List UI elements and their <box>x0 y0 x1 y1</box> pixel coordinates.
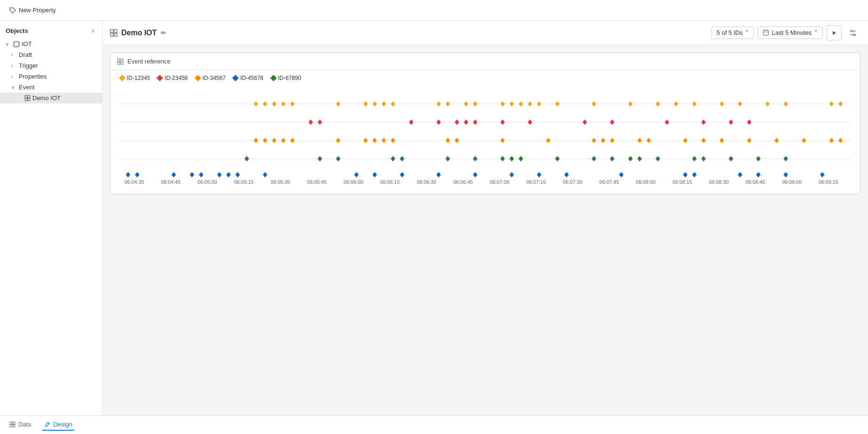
svg-marker-144 <box>172 172 176 178</box>
svg-marker-80 <box>318 119 322 125</box>
svg-marker-151 <box>354 172 359 178</box>
content-area: Demo IOT ✏ 5 of 5 IDs ˅ Last 5 Minutes <box>102 21 868 415</box>
svg-rect-20 <box>117 59 120 61</box>
ids-button[interactable]: 5 of 5 IDs ˅ <box>712 26 754 39</box>
svg-rect-168 <box>10 425 12 427</box>
svg-marker-113 <box>683 138 688 143</box>
svg-marker-127 <box>473 156 477 162</box>
legend-dot-id3 <box>195 75 201 81</box>
svg-marker-143 <box>135 172 140 178</box>
svg-marker-160 <box>683 172 688 178</box>
svg-marker-84 <box>464 119 469 125</box>
svg-marker-111 <box>637 138 642 143</box>
svg-marker-92 <box>729 119 734 125</box>
chart-svg-wrapper: 06:04:30 06:04:45 06:05:00 06:05:15 06:0… <box>110 84 860 194</box>
svg-marker-72 <box>692 101 697 107</box>
tab-design[interactable]: Design <box>42 419 74 431</box>
svg-marker-163 <box>756 172 761 178</box>
sidebar-item-iot[interactable]: ∨ IOT <box>0 39 102 49</box>
legend-dot-id1 <box>119 75 125 81</box>
svg-marker-66 <box>537 101 541 107</box>
svg-point-19 <box>853 34 855 36</box>
svg-marker-162 <box>738 172 743 178</box>
play-button[interactable] <box>827 25 842 40</box>
svg-text:06:07:15: 06:07:15 <box>526 179 546 185</box>
svg-marker-112 <box>647 138 651 143</box>
svg-rect-167 <box>13 422 15 424</box>
svg-marker-125 <box>400 156 405 162</box>
svg-marker-74 <box>738 101 743 107</box>
main-layout: Objects ‹ ∨ IOT › Draft › Trigger › Prop… <box>0 21 868 415</box>
svg-marker-64 <box>518 101 523 107</box>
svg-rect-23 <box>121 62 123 64</box>
edit-icon[interactable]: ✏ <box>161 29 166 37</box>
svg-text:06:04:45: 06:04:45 <box>161 179 180 185</box>
grid-icon <box>24 95 31 101</box>
chevron-down-icon: ∨ <box>6 41 11 47</box>
sidebar-item-properties[interactable]: › Properties <box>0 71 102 82</box>
svg-marker-152 <box>372 172 377 178</box>
header-controls: 5 of 5 IDs ˅ Last 5 Minutes ˅ <box>712 25 860 40</box>
ids-chevron-icon: ˅ <box>745 29 749 36</box>
svg-marker-83 <box>454 119 459 125</box>
svg-marker-50 <box>272 101 277 107</box>
svg-marker-115 <box>719 138 724 143</box>
settings-button[interactable] <box>845 25 860 40</box>
tag-icon <box>9 7 16 14</box>
design-icon <box>44 421 50 427</box>
svg-marker-138 <box>701 156 706 162</box>
svg-rect-169 <box>13 425 15 427</box>
svg-marker-90 <box>665 119 669 125</box>
svg-marker-69 <box>628 101 633 107</box>
svg-marker-95 <box>263 138 267 143</box>
sidebar-item-draft[interactable]: › Draft <box>0 49 102 60</box>
legend-label-id5: ID-67890 <box>278 75 301 81</box>
collapse-button[interactable]: ‹ <box>90 25 96 36</box>
svg-marker-100 <box>363 138 368 143</box>
svg-rect-21 <box>121 59 123 61</box>
svg-marker-126 <box>446 156 450 162</box>
cube-icon <box>13 41 20 47</box>
svg-text:06:09:15: 06:09:15 <box>819 179 838 185</box>
svg-marker-60 <box>464 101 469 107</box>
legend-id2: ID-23456 <box>157 75 188 81</box>
legend-label-id1: ID-12345 <box>127 75 150 81</box>
svg-marker-99 <box>336 138 341 143</box>
sliders-icon <box>849 29 857 37</box>
chevron-right-icon: › <box>11 63 17 68</box>
svg-marker-114 <box>701 138 706 143</box>
legend-label-id4: ID-45678 <box>240 75 263 81</box>
svg-marker-73 <box>719 101 724 107</box>
svg-marker-141 <box>783 156 788 162</box>
svg-marker-91 <box>701 119 706 125</box>
sidebar-item-trigger[interactable]: › Trigger <box>0 60 102 71</box>
svg-marker-81 <box>409 119 414 125</box>
svg-marker-15 <box>833 31 836 35</box>
svg-marker-49 <box>263 101 267 107</box>
svg-rect-3 <box>25 95 27 98</box>
svg-marker-119 <box>829 138 834 143</box>
svg-marker-161 <box>692 172 697 178</box>
new-property-button[interactable]: New Property <box>6 5 60 16</box>
tab-data[interactable]: Data <box>8 419 33 431</box>
sidebar-item-event[interactable]: ∨ Event <box>0 82 102 93</box>
svg-marker-55 <box>372 101 377 107</box>
svg-marker-94 <box>254 138 258 143</box>
legend-id3: ID-34567 <box>195 75 226 81</box>
chart-header: Event reference <box>110 53 860 70</box>
properties-label: Properties <box>19 73 47 80</box>
svg-text:06:08:00: 06:08:00 <box>636 179 656 185</box>
svg-rect-4 <box>28 95 30 98</box>
svg-text:06:08:45: 06:08:45 <box>745 179 765 185</box>
chart-legend: ID-12345 ID-23456 ID-34567 ID-45678 ID-6… <box>110 70 860 84</box>
svg-marker-63 <box>509 101 514 107</box>
svg-marker-156 <box>509 172 514 178</box>
svg-marker-146 <box>199 172 203 178</box>
svg-marker-78 <box>838 101 843 107</box>
svg-marker-164 <box>783 172 788 178</box>
design-tab-label: Design <box>53 421 72 428</box>
time-button[interactable]: Last 5 Minutes ˅ <box>758 26 823 39</box>
legend-dot-id4 <box>232 75 239 81</box>
svg-text:06:08:30: 06:08:30 <box>709 179 729 185</box>
sidebar-item-demoiot[interactable]: Demo IOT <box>0 93 102 103</box>
